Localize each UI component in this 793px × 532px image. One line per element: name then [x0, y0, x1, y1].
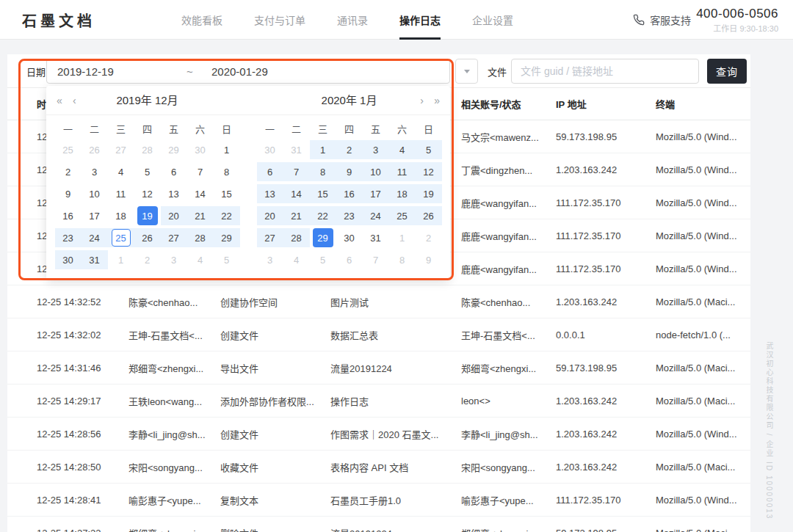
calendar-day[interactable]: 26 — [134, 227, 161, 249]
calendar-day[interactable]: 22 — [310, 205, 336, 227]
calendar-day[interactable]: 4 — [187, 249, 214, 271]
calendar-day[interactable]: 23 — [336, 205, 363, 227]
nav-tab[interactable]: 支付与订单 — [254, 0, 305, 40]
calendar-day[interactable]: 8 — [214, 161, 240, 183]
calendar-day[interactable]: 30 — [187, 139, 214, 161]
prev-year-icon[interactable]: « — [57, 86, 62, 115]
calendar-day[interactable]: 14 — [187, 183, 214, 205]
calendar-day[interactable]: 1 — [108, 249, 134, 271]
calendar-day[interactable]: 1 — [214, 139, 240, 161]
calendar-day[interactable]: 19 — [134, 205, 161, 227]
filter-type-select[interactable] — [455, 59, 478, 84]
calendar-day[interactable]: 4 — [389, 139, 416, 161]
calendar-day[interactable]: 16 — [55, 205, 82, 227]
file-guid-input[interactable] — [511, 59, 699, 84]
calendar-day[interactable]: 4 — [108, 161, 134, 183]
calendar-day[interactable]: 7 — [187, 161, 214, 183]
calendar-day[interactable]: 5 — [310, 249, 336, 271]
calendar-day[interactable]: 14 — [283, 183, 310, 205]
calendar-day[interactable]: 18 — [389, 183, 416, 205]
calendar-day[interactable]: 13 — [257, 183, 283, 205]
calendar-day[interactable]: 9 — [336, 161, 363, 183]
calendar-day[interactable]: 11 — [108, 183, 134, 205]
calendar-day[interactable]: 28 — [187, 227, 214, 249]
calendar-day[interactable]: 4 — [283, 249, 310, 271]
calendar-day[interactable]: 5 — [416, 139, 442, 161]
calendar-day[interactable]: 29 — [310, 227, 336, 249]
calendar-day[interactable]: 3 — [161, 249, 187, 271]
app-logo[interactable]: 石墨文档 — [22, 0, 95, 40]
calendar-day[interactable]: 22 — [214, 205, 240, 227]
next-year-icon[interactable]: » — [434, 86, 440, 115]
calendar-day[interactable]: 1 — [389, 227, 416, 249]
query-button[interactable]: 查询 — [707, 59, 747, 84]
calendar-day[interactable]: 18 — [108, 205, 134, 227]
calendar-day[interactable]: 30 — [336, 227, 363, 249]
calendar-day[interactable]: 31 — [363, 227, 389, 249]
calendar-day[interactable]: 26 — [82, 139, 108, 161]
calendar-day[interactable]: 24 — [82, 227, 108, 249]
calendar-day[interactable]: 31 — [82, 249, 108, 271]
calendar-day[interactable]: 19 — [416, 183, 442, 205]
calendar-day[interactable]: 21 — [187, 205, 214, 227]
calendar-day[interactable]: 29 — [161, 139, 187, 161]
calendar-day[interactable]: 27 — [108, 139, 134, 161]
calendar-day[interactable]: 6 — [257, 161, 283, 183]
calendar-day[interactable]: 26 — [416, 205, 442, 227]
calendar-day[interactable]: 7 — [283, 161, 310, 183]
calendar-day[interactable]: 15 — [214, 183, 240, 205]
calendar-day[interactable]: 9 — [55, 183, 82, 205]
date-start-value[interactable]: 2019-12-19 — [57, 65, 187, 78]
calendar-day[interactable]: 25 — [108, 227, 134, 249]
calendar-day[interactable]: 20 — [161, 205, 187, 227]
nav-tab[interactable]: 通讯录 — [337, 0, 368, 40]
calendar-day[interactable]: 1 — [310, 139, 336, 161]
calendar-day[interactable]: 5 — [134, 161, 161, 183]
next-month-icon[interactable]: › — [420, 86, 424, 115]
calendar-day[interactable]: 6 — [336, 249, 363, 271]
calendar-day[interactable]: 3 — [257, 249, 283, 271]
calendar-day[interactable]: 7 — [363, 249, 389, 271]
calendar-day[interactable]: 21 — [283, 205, 310, 227]
calendar-day[interactable]: 25 — [389, 205, 416, 227]
calendar-day[interactable]: 13 — [161, 183, 187, 205]
calendar-day[interactable]: 31 — [283, 139, 310, 161]
calendar-day[interactable]: 23 — [55, 227, 82, 249]
date-range-input[interactable]: 2019-12-19 ~ 2020-01-29 — [46, 59, 450, 84]
calendar-day[interactable]: 9 — [416, 249, 442, 271]
nav-tab[interactable]: 效能看板 — [181, 0, 222, 40]
calendar-day[interactable]: 2 — [336, 139, 363, 161]
nav-tab[interactable]: 企业设置 — [472, 0, 513, 40]
calendar-day[interactable]: 11 — [389, 161, 416, 183]
calendar-day[interactable]: 27 — [161, 227, 187, 249]
calendar-day[interactable]: 28 — [283, 227, 310, 249]
calendar-day[interactable]: 28 — [134, 139, 161, 161]
calendar-day[interactable]: 3 — [82, 161, 108, 183]
calendar-day[interactable]: 10 — [82, 183, 108, 205]
date-end-value[interactable]: 2020-01-29 — [211, 65, 268, 78]
calendar-day[interactable]: 2 — [134, 249, 161, 271]
calendar-day[interactable]: 17 — [363, 183, 389, 205]
calendar-day[interactable]: 6 — [161, 161, 187, 183]
nav-tab[interactable]: 操作日志 — [399, 0, 441, 40]
prev-month-icon[interactable]: ‹ — [73, 86, 76, 115]
calendar-day[interactable]: 25 — [55, 139, 82, 161]
calendar-day[interactable]: 24 — [363, 205, 389, 227]
calendar-day[interactable]: 20 — [257, 205, 283, 227]
calendar-day[interactable]: 8 — [389, 249, 416, 271]
calendar-day[interactable]: 16 — [336, 183, 363, 205]
calendar-day[interactable]: 10 — [363, 161, 389, 183]
calendar-day[interactable]: 30 — [55, 249, 82, 271]
calendar-day[interactable]: 15 — [310, 183, 336, 205]
calendar-day[interactable]: 12 — [134, 183, 161, 205]
calendar-day[interactable]: 30 — [257, 139, 283, 161]
calendar-day[interactable]: 2 — [55, 161, 82, 183]
calendar-day[interactable]: 29 — [214, 227, 240, 249]
calendar-day[interactable]: 2 — [416, 227, 442, 249]
calendar-day[interactable]: 3 — [363, 139, 389, 161]
calendar-day[interactable]: 27 — [257, 227, 283, 249]
calendar-day[interactable]: 5 — [214, 249, 240, 271]
calendar-day[interactable]: 17 — [82, 205, 108, 227]
calendar-day[interactable]: 8 — [310, 161, 336, 183]
calendar-day[interactable]: 12 — [416, 161, 442, 183]
